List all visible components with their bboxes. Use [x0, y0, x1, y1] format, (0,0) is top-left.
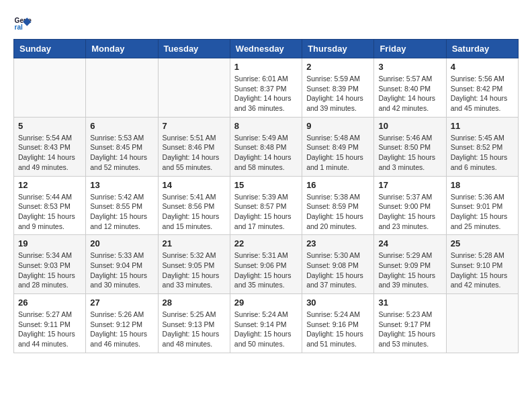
day-info: Sunrise: 5:42 AM Sunset: 8:55 PM Dayligh… [90, 192, 153, 232]
day-info: Sunrise: 5:38 AM Sunset: 8:59 PM Dayligh… [306, 192, 369, 232]
day-number: 12 [18, 180, 81, 190]
day-info: Sunrise: 5:39 AM Sunset: 8:57 PM Dayligh… [234, 192, 298, 232]
calendar-cell: 11Sunrise: 5:45 AM Sunset: 8:52 PM Dayli… [446, 117, 518, 176]
day-info: Sunrise: 5:45 AM Sunset: 8:52 PM Dayligh… [451, 133, 514, 173]
day-header-sunday: Sunday [14, 40, 86, 58]
day-number: 11 [451, 121, 514, 131]
calendar-cell: 25Sunrise: 5:28 AM Sunset: 9:10 PM Dayli… [446, 235, 518, 294]
day-number: 5 [18, 121, 81, 131]
day-header-tuesday: Tuesday [158, 40, 230, 58]
day-number: 23 [306, 238, 369, 248]
day-number: 15 [234, 180, 298, 190]
calendar-cell: 5Sunrise: 5:54 AM Sunset: 8:43 PM Daylig… [14, 117, 86, 176]
calendar-cell: 8Sunrise: 5:49 AM Sunset: 8:48 PM Daylig… [230, 117, 302, 176]
logo-icon: Gene ral [13, 13, 32, 32]
day-number: 28 [163, 298, 226, 308]
calendar-cell: 10Sunrise: 5:46 AM Sunset: 8:50 PM Dayli… [374, 117, 446, 176]
page-header: Gene ral [13, 13, 519, 32]
calendar-week-row: 12Sunrise: 5:44 AM Sunset: 8:53 PM Dayli… [14, 176, 519, 235]
day-header-monday: Monday [86, 40, 158, 58]
day-info: Sunrise: 5:26 AM Sunset: 9:12 PM Dayligh… [90, 310, 153, 349]
day-number: 10 [378, 121, 441, 131]
calendar-cell: 13Sunrise: 5:42 AM Sunset: 8:55 PM Dayli… [86, 176, 158, 235]
day-info: Sunrise: 5:34 AM Sunset: 9:03 PM Dayligh… [18, 250, 81, 290]
day-number: 19 [18, 238, 81, 248]
day-info: Sunrise: 5:44 AM Sunset: 8:53 PM Dayligh… [18, 192, 81, 232]
day-number: 31 [378, 298, 441, 308]
day-info: Sunrise: 5:59 AM Sunset: 8:39 PM Dayligh… [306, 74, 369, 113]
day-info: Sunrise: 5:25 AM Sunset: 9:13 PM Dayligh… [163, 310, 226, 349]
day-info: Sunrise: 5:41 AM Sunset: 8:56 PM Dayligh… [163, 192, 226, 232]
calendar-cell: 28Sunrise: 5:25 AM Sunset: 9:13 PM Dayli… [158, 294, 230, 353]
calendar-cell: 31Sunrise: 5:23 AM Sunset: 9:17 PM Dayli… [374, 294, 446, 353]
day-number: 14 [163, 180, 226, 190]
calendar-week-row: 26Sunrise: 5:27 AM Sunset: 9:11 PM Dayli… [14, 294, 519, 353]
day-header-saturday: Saturday [446, 40, 518, 58]
day-number: 27 [90, 298, 153, 308]
day-number: 30 [306, 298, 369, 308]
day-number: 6 [90, 121, 153, 131]
day-info: Sunrise: 5:33 AM Sunset: 9:04 PM Dayligh… [90, 250, 153, 290]
day-info: Sunrise: 5:28 AM Sunset: 9:10 PM Dayligh… [451, 250, 514, 290]
day-number: 21 [163, 238, 226, 248]
logo: Gene ral [13, 13, 35, 32]
calendar-cell: 24Sunrise: 5:29 AM Sunset: 9:09 PM Dayli… [374, 235, 446, 294]
day-info: Sunrise: 6:01 AM Sunset: 8:37 PM Dayligh… [234, 74, 298, 113]
calendar-cell: 4Sunrise: 5:56 AM Sunset: 8:42 PM Daylig… [446, 58, 518, 118]
day-number: 29 [234, 298, 298, 308]
calendar-header-row: SundayMondayTuesdayWednesdayThursdayFrid… [14, 40, 519, 58]
day-info: Sunrise: 5:46 AM Sunset: 8:50 PM Dayligh… [378, 133, 441, 173]
calendar-cell [86, 58, 158, 118]
calendar-cell: 16Sunrise: 5:38 AM Sunset: 8:59 PM Dayli… [302, 176, 374, 235]
day-info: Sunrise: 5:54 AM Sunset: 8:43 PM Dayligh… [18, 133, 81, 173]
day-number: 13 [90, 180, 153, 190]
day-header-wednesday: Wednesday [230, 40, 302, 58]
day-number: 1 [234, 62, 298, 72]
day-number: 20 [90, 238, 153, 248]
calendar-cell: 9Sunrise: 5:48 AM Sunset: 8:49 PM Daylig… [302, 117, 374, 176]
day-number: 3 [378, 62, 441, 72]
calendar-week-row: 5Sunrise: 5:54 AM Sunset: 8:43 PM Daylig… [14, 117, 519, 176]
calendar-cell: 18Sunrise: 5:36 AM Sunset: 9:01 PM Dayli… [446, 176, 518, 235]
day-info: Sunrise: 5:31 AM Sunset: 9:06 PM Dayligh… [234, 250, 298, 290]
day-number: 4 [451, 62, 514, 72]
day-info: Sunrise: 5:57 AM Sunset: 8:40 PM Dayligh… [378, 74, 441, 113]
day-header-thursday: Thursday [302, 40, 374, 58]
calendar-cell: 7Sunrise: 5:51 AM Sunset: 8:46 PM Daylig… [158, 117, 230, 176]
day-number: 26 [18, 298, 81, 308]
calendar-cell: 14Sunrise: 5:41 AM Sunset: 8:56 PM Dayli… [158, 176, 230, 235]
day-number: 17 [378, 180, 441, 190]
day-info: Sunrise: 5:48 AM Sunset: 8:49 PM Dayligh… [306, 133, 369, 173]
svg-text:ral: ral [15, 24, 24, 31]
calendar-table: SundayMondayTuesdayWednesdayThursdayFrid… [13, 39, 519, 353]
day-number: 2 [306, 62, 369, 72]
day-info: Sunrise: 5:29 AM Sunset: 9:09 PM Dayligh… [378, 250, 441, 290]
calendar-cell: 2Sunrise: 5:59 AM Sunset: 8:39 PM Daylig… [302, 58, 374, 118]
calendar-cell [14, 58, 86, 118]
calendar-cell: 27Sunrise: 5:26 AM Sunset: 9:12 PM Dayli… [86, 294, 158, 353]
calendar-week-row: 19Sunrise: 5:34 AM Sunset: 9:03 PM Dayli… [14, 235, 519, 294]
day-info: Sunrise: 5:51 AM Sunset: 8:46 PM Dayligh… [163, 133, 226, 173]
calendar-cell: 23Sunrise: 5:30 AM Sunset: 9:08 PM Dayli… [302, 235, 374, 294]
day-info: Sunrise: 5:24 AM Sunset: 9:16 PM Dayligh… [306, 310, 369, 349]
calendar-cell: 29Sunrise: 5:24 AM Sunset: 9:14 PM Dayli… [230, 294, 302, 353]
calendar-cell: 22Sunrise: 5:31 AM Sunset: 9:06 PM Dayli… [230, 235, 302, 294]
calendar-cell: 21Sunrise: 5:32 AM Sunset: 9:05 PM Dayli… [158, 235, 230, 294]
day-info: Sunrise: 5:36 AM Sunset: 9:01 PM Dayligh… [451, 192, 514, 232]
calendar-cell: 15Sunrise: 5:39 AM Sunset: 8:57 PM Dayli… [230, 176, 302, 235]
day-info: Sunrise: 5:32 AM Sunset: 9:05 PM Dayligh… [163, 250, 226, 290]
day-info: Sunrise: 5:24 AM Sunset: 9:14 PM Dayligh… [234, 310, 298, 349]
calendar-cell [446, 294, 518, 353]
day-number: 16 [306, 180, 369, 190]
day-number: 7 [163, 121, 226, 131]
day-number: 8 [234, 121, 298, 131]
calendar-cell: 17Sunrise: 5:37 AM Sunset: 9:00 PM Dayli… [374, 176, 446, 235]
day-info: Sunrise: 5:23 AM Sunset: 9:17 PM Dayligh… [378, 310, 441, 349]
calendar-cell: 6Sunrise: 5:53 AM Sunset: 8:45 PM Daylig… [86, 117, 158, 176]
day-header-friday: Friday [374, 40, 446, 58]
calendar-cell: 20Sunrise: 5:33 AM Sunset: 9:04 PM Dayli… [86, 235, 158, 294]
calendar-week-row: 1Sunrise: 6:01 AM Sunset: 8:37 PM Daylig… [14, 58, 519, 118]
day-number: 18 [451, 180, 514, 190]
calendar-cell: 1Sunrise: 6:01 AM Sunset: 8:37 PM Daylig… [230, 58, 302, 118]
day-number: 25 [451, 238, 514, 248]
